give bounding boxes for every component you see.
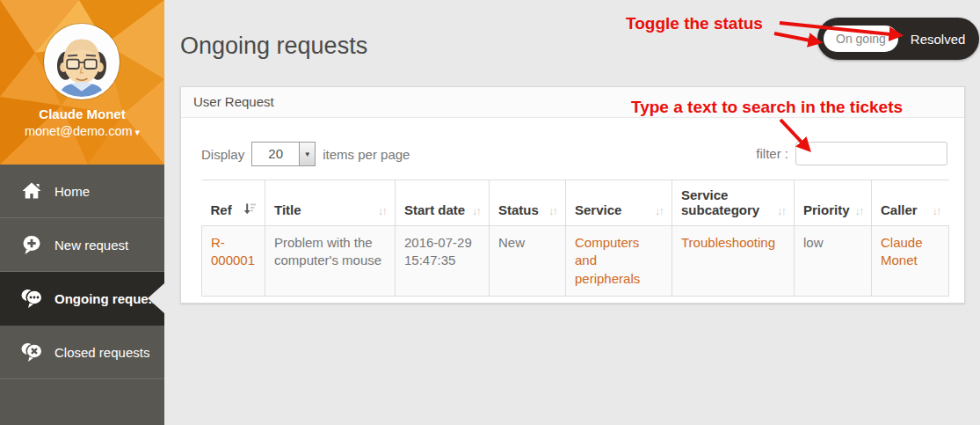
sort-icon: ↓↑	[548, 204, 556, 217]
sidebar-item-closed-requests[interactable]: Closed requests	[0, 326, 164, 379]
sidebar-menu: Home New request	[0, 165, 164, 379]
sidebar-item-label: Ongoing reque...	[54, 291, 159, 306]
column-header-service-subcategory[interactable]: Service subcategory ↓↑	[672, 180, 795, 226]
ticket-priority-cell: low	[795, 226, 872, 297]
annotation-filter-search: Type a text to search in the tickets	[631, 98, 903, 117]
column-header-priority[interactable]: Priority ↓↑	[795, 180, 872, 226]
column-header-service[interactable]: Service ↓↑	[566, 180, 672, 226]
sidebar-item-new-request[interactable]: New request	[0, 218, 164, 272]
sort-icon: ↓↑	[777, 204, 785, 217]
ticket-service-link[interactable]: Computers and peripherals	[575, 235, 640, 286]
table-header-row: Ref	[202, 180, 949, 226]
sort-icon: ↓↑	[655, 204, 663, 217]
home-icon	[20, 180, 43, 202]
toggle-resolved-button[interactable]: Resolved	[911, 32, 966, 47]
user-name: Claude Monet	[0, 106, 164, 121]
column-header-ref[interactable]: Ref	[202, 180, 265, 226]
page-size-value: 20	[252, 143, 299, 165]
ticket-title-cell: Problem with the computer's mouse	[265, 226, 396, 297]
page-title: Ongoing requests	[180, 33, 367, 60]
ongoing-requests-icon	[20, 288, 43, 309]
page-size-select[interactable]: 20 ▼	[251, 142, 316, 166]
filter-input[interactable]	[795, 142, 947, 165]
avatar	[44, 24, 120, 99]
sidebar-item-label: Home	[54, 184, 90, 199]
annotation-toggle-status: Toggle the status	[626, 14, 763, 33]
display-label: Display	[201, 147, 244, 162]
sort-icon: ↓↑	[472, 204, 480, 217]
ticket-service-subcategory-link[interactable]: Troubleshooting	[681, 235, 775, 250]
status-toggle: On going Resolved	[817, 18, 979, 60]
ticket-start-date-cell: 2016-07-29 15:47:35	[396, 226, 490, 297]
arrow-to-ongoing	[774, 33, 819, 42]
portal-app: Claude Monet monet@demo.com▾ Home	[0, 0, 980, 425]
filter-control: filter :	[756, 142, 947, 165]
ticket-ref-link[interactable]: R-000001	[211, 235, 255, 267]
items-per-page-label: items per page	[323, 147, 410, 162]
closed-requests-icon	[20, 341, 43, 363]
select-arrow-icon[interactable]: ▼	[299, 143, 315, 165]
chevron-down-icon: ▾	[135, 127, 141, 137]
sort-icon: ↓↑	[933, 204, 940, 217]
column-header-status[interactable]: Status ↓↑	[490, 180, 566, 226]
table-row: R-000001 Problem with the computer's mou…	[202, 226, 949, 297]
column-header-caller[interactable]: Caller ↓↑	[872, 180, 949, 226]
user-email-label: monet@demo.com	[25, 124, 133, 138]
sort-icon: ↓↑	[855, 204, 863, 217]
page-size-control: Display 20 ▼ items per page	[201, 142, 410, 166]
sidebar-item-home[interactable]: Home	[0, 165, 164, 218]
requests-table: Ref	[201, 180, 949, 297]
user-request-panel: User Request Display 20 ▼ items per page…	[180, 86, 965, 304]
sidebar-user-panel: Claude Monet monet@demo.com▾	[0, 0, 164, 165]
sort-active-icon	[243, 202, 256, 217]
column-header-title[interactable]: Title ↓↑	[265, 180, 396, 226]
ticket-caller-link[interactable]: Claude Monet	[881, 235, 923, 267]
sidebar-item-label: New request	[54, 238, 128, 253]
new-request-icon	[20, 234, 43, 255]
ticket-status-cell: New	[490, 226, 566, 297]
sidebar: Claude Monet monet@demo.com▾ Home	[0, 0, 164, 425]
avatar-illustration	[47, 26, 117, 97]
column-header-start-date[interactable]: Start date ↓↑	[396, 180, 490, 226]
user-menu[interactable]: monet@demo.com▾	[0, 124, 164, 138]
toggle-ongoing-button[interactable]: On going	[824, 26, 898, 52]
sidebar-item-ongoing-requests[interactable]: Ongoing reque...	[0, 272, 164, 326]
sort-icon: ↓↑	[378, 204, 386, 217]
filter-label: filter :	[756, 146, 788, 161]
sidebar-item-label: Closed requests	[54, 345, 149, 360]
